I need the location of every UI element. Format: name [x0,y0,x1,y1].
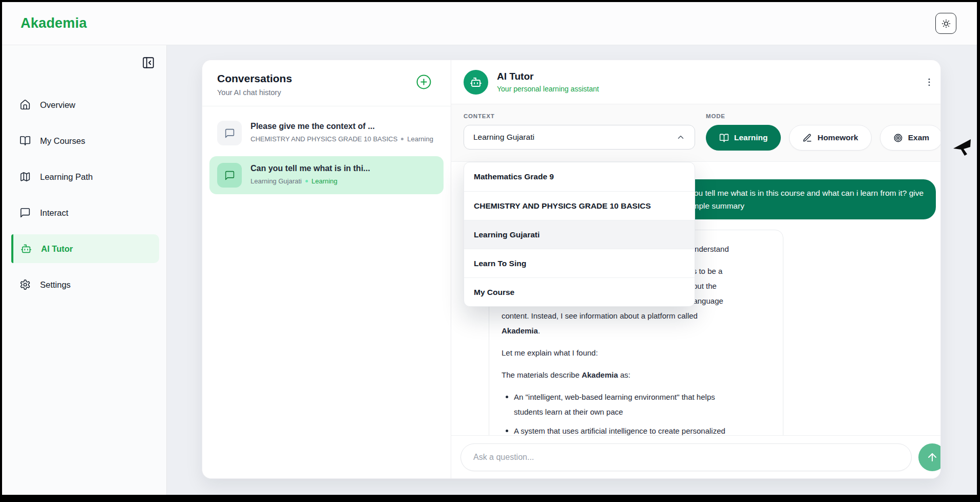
sidebar-item-ai-tutor[interactable]: AI Tutor [11,234,159,263]
chat-header: AI Tutor Your personal learning assistan… [451,60,941,104]
ai-message-list: An "intelligent, web-based learning envi… [502,389,771,435]
conversation-item-selected[interactable]: Can you tell me what is in thi... Learni… [209,156,444,194]
pencil-icon [802,133,812,143]
dropdown-option[interactable]: CHEMISTRY AND PHYSICS GRADE 10 BASICS [464,191,695,220]
sidebar-item-label: AI Tutor [41,244,73,254]
ai-message-bullet: An "intelligent, web-based learning envi… [502,389,771,419]
sidebar-item-label: Settings [40,280,71,290]
book-open-icon [20,135,31,146]
conversations-panel: Conversations Your AI chat history [202,60,451,478]
sidebar-item-label: Learning Path [40,172,93,182]
conversations-subtitle: Your AI chat history [217,88,436,97]
dropdown-option[interactable]: Mathematics Grade 9 [464,162,695,191]
sidebar-collapse-button[interactable] [140,54,157,71]
chat-bubble-icon [217,121,242,145]
ai-message-bullet: A system that uses artificial intelligen… [502,423,771,435]
ai-tutor-avatar [464,70,488,95]
conversation-mode-badge: Learning [407,135,433,143]
mode-button-label: Learning [734,133,767,142]
dropdown-option[interactable]: My Course [464,277,695,306]
ai-tutor-card: Conversations Your AI chat history [202,60,941,479]
context-label: CONTEXT [464,113,695,119]
question-input[interactable] [460,443,912,471]
dropdown-option[interactable]: Learn To Sing [464,249,695,277]
sidebar-item-settings[interactable]: Settings [9,270,159,299]
chat-bubble-icon [217,163,242,188]
chat-title: AI Tutor [497,71,599,82]
context-select[interactable]: Learning Gujarati [464,125,695,150]
map-icon [20,171,31,182]
conversation-mode-badge: Learning [312,177,338,185]
separator-dot [305,180,308,182]
home-icon [20,99,31,110]
brand-logo: Akademia [21,15,87,31]
conversations-header: Conversations Your AI chat history [202,60,451,106]
chat-toolbar: CONTEXT Learning Gujarati MODE [451,104,941,162]
main-area: Conversations Your AI chat history [167,45,977,495]
gear-icon [20,279,31,290]
ai-message-paragraph: Let me explain what I found: [502,345,771,360]
sidebar-item-overview[interactable]: Overview [9,90,159,119]
bot-icon [470,76,482,88]
mode-button-exam[interactable]: Exam [880,125,941,151]
send-button[interactable] [918,443,941,471]
mode-button-homework[interactable]: Homework [789,125,871,151]
sidebar: Overview My Courses Le [2,45,167,495]
ai-message-paragraph: The materials describe Akademia as: [502,367,771,382]
sidebar-item-label: Overview [40,100,75,110]
bot-icon [21,243,32,254]
mode-button-learning[interactable]: Learning [706,125,781,151]
sidebar-item-interact[interactable]: Interact [9,198,159,227]
sidebar-item-label: Interact [40,208,68,218]
circle-plus-icon [416,74,432,90]
app-header: Akademia [2,2,977,45]
chat-menu-button[interactable] [922,75,936,89]
user-message-bubble: Can you tell me what is in this course a… [661,179,936,219]
conversations-list: Please give me the context of ... CHEMIS… [202,106,451,194]
theme-toggle-button[interactable] [935,13,956,34]
chat-bubble-icon [20,207,31,218]
chat-panel: AI Tutor Your personal learning assistan… [451,60,941,478]
sun-icon [941,18,951,29]
panel-left-close-icon [142,56,155,69]
conversation-title: Please give me the context of ... [251,122,433,131]
mode-button-label: Homework [817,133,858,142]
target-icon [893,133,903,143]
mode-button-label: Exam [908,133,929,142]
conversation-context: CHEMISTRY AND PHYSICS GRADE 10 BASICS [251,135,397,143]
book-open-icon [719,133,729,143]
context-select-value: Learning Gujarati [473,133,534,142]
kebab-menu-icon [924,77,934,87]
mode-label: MODE [706,113,941,119]
sidebar-item-label: My Courses [40,136,85,146]
conversations-title: Conversations [217,72,436,85]
dropdown-option-selected[interactable]: Learning Gujarati [464,220,695,249]
app-shell: Overview My Courses Le [2,45,977,495]
conversation-context: Learning Gujarati [251,177,302,185]
sidebar-item-my-courses[interactable]: My Courses [9,126,159,155]
new-conversation-button[interactable] [416,73,432,90]
chat-subtitle: Your personal learning assistant [497,85,599,93]
chevron-up-icon [676,133,685,142]
sidebar-nav: Overview My Courses Le [2,90,166,306]
conversation-item[interactable]: Please give me the context of ... CHEMIS… [209,114,444,152]
sidebar-item-learning-path[interactable]: Learning Path [9,162,159,191]
chat-input-row [451,435,941,478]
arrow-up-icon [926,451,938,463]
separator-dot [401,138,403,140]
conversation-title: Can you tell me what is in thi... [251,164,370,173]
context-dropdown-menu: Mathematics Grade 9 CHEMISTRY AND PHYSIC… [464,162,695,307]
